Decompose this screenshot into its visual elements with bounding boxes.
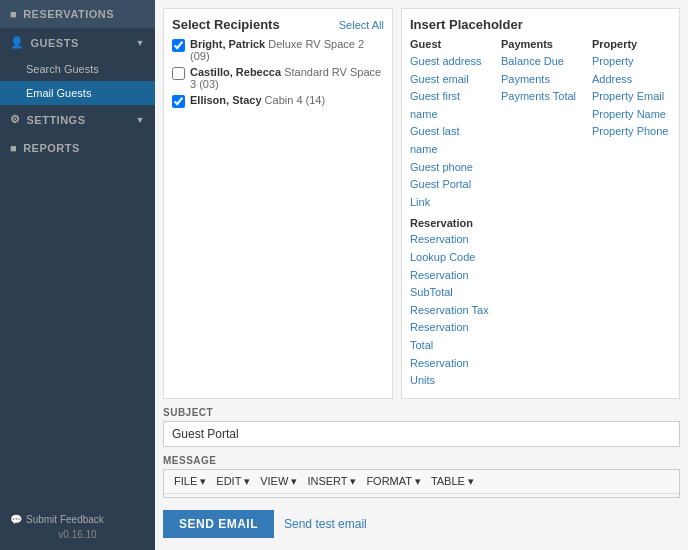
- send-email-button[interactable]: SEND EMAIL: [163, 510, 274, 538]
- placeholder-property-phone[interactable]: Property Phone: [592, 123, 671, 141]
- insert-placeholder-panel: Insert Placeholder Guest Guest address G…: [401, 8, 680, 399]
- version-label: v0.16.10: [10, 529, 145, 540]
- sidebar-item-email-guests[interactable]: Email Guests: [0, 81, 155, 105]
- ordered-list-button[interactable]: 1≡: [635, 497, 660, 498]
- menu-format[interactable]: FORMAT ▾: [362, 473, 424, 490]
- sidebar-item-reservations[interactable]: ■ RESERVATIONS: [0, 0, 155, 28]
- font-color-button[interactable]: A: [421, 497, 439, 498]
- main-content: Select Recipients Select All Bright, Pat…: [155, 0, 688, 550]
- placeholder-guest-last-name[interactable]: Guest last name: [410, 123, 489, 158]
- guests-icon: 👤: [10, 36, 25, 49]
- placeholder-payments[interactable]: Payments: [501, 71, 580, 89]
- sidebar-guests-label: GUESTS: [31, 37, 79, 49]
- recipient-checkbox-0[interactable]: [172, 39, 185, 52]
- settings-icon: ⚙: [10, 113, 21, 126]
- placeholder-reservation-lookup-code[interactable]: Reservation Lookup Code: [410, 231, 489, 266]
- editor-menubar: FILE ▾ EDIT ▾ VIEW ▾ INSERT ▾ FORMAT ▾ T…: [164, 470, 679, 494]
- editor-wrapper: FILE ▾ EDIT ▾ VIEW ▾ INSERT ▾ FORMAT ▾ T…: [163, 469, 680, 498]
- feedback-button[interactable]: 💬 Submit Feedback: [10, 514, 145, 525]
- placeholder-property-name[interactable]: Property Name: [592, 106, 671, 124]
- sidebar-item-reports[interactable]: ■ REPORTS: [0, 134, 155, 162]
- subject-label: SUBJECT: [163, 407, 680, 418]
- link-button[interactable]: 🔗: [450, 497, 476, 498]
- select-all-link[interactable]: Select All: [339, 19, 384, 31]
- placeholder-col-payments: Payments Balance Due Payments Payments T…: [501, 38, 580, 390]
- recipient-item: Bright, Patrick Deluxe RV Space 2 (09): [172, 38, 384, 62]
- top-row: Select Recipients Select All Bright, Pat…: [163, 8, 680, 399]
- placeholder-title: Insert Placeholder: [410, 17, 671, 32]
- bold-button[interactable]: B: [317, 497, 337, 498]
- placeholder-reservation-tax[interactable]: Reservation Tax: [410, 302, 489, 320]
- placeholder-guest-address[interactable]: Guest address: [410, 53, 489, 71]
- reports-icon: ■: [10, 142, 17, 154]
- placeholder-property-email[interactable]: Property Email: [592, 88, 671, 106]
- recipients-title: Select Recipients: [172, 17, 280, 32]
- menu-table[interactable]: TABLE ▾: [427, 473, 478, 490]
- recipient-checkbox-1[interactable]: [172, 67, 185, 80]
- chevron-down-icon-settings: ▼: [136, 115, 145, 125]
- placeholder-reservation-units[interactable]: Reservation Units: [410, 355, 489, 390]
- subject-section: SUBJECT: [163, 407, 680, 447]
- recipients-header: Select Recipients Select All: [172, 17, 384, 32]
- sidebar-settings-label: SETTINGS: [27, 114, 86, 126]
- align-left-button[interactable]: ⇤: [487, 497, 508, 498]
- menu-view[interactable]: VIEW ▾: [256, 473, 301, 490]
- sidebar-reservations-label: RESERVATIONS: [23, 8, 114, 20]
- editor-toolbar: VERDANA ▾ — 11PT ▾ B I U S A A 🔗 ⇤ ≣ ⇥ ≡…: [164, 494, 679, 498]
- recipient-checkbox-2[interactable]: [172, 95, 185, 108]
- menu-edit[interactable]: EDIT ▾: [212, 473, 254, 490]
- placeholder-payments-total[interactable]: Payments Total: [501, 88, 580, 106]
- unordered-list-button[interactable]: •≡: [610, 497, 632, 498]
- placeholder-guest-portal-link[interactable]: Guest Portal Link: [410, 176, 489, 211]
- underline-button[interactable]: U: [356, 497, 376, 498]
- sidebar-item-settings[interactable]: ⚙ SETTINGS ▼: [0, 105, 155, 134]
- sidebar-reports-label: REPORTS: [23, 142, 80, 154]
- recipient-info: Ellison, Stacy Cabin 4 (14): [190, 94, 325, 106]
- font-size-selector[interactable]: 11PT ▾: [261, 497, 306, 498]
- placeholder-columns: Guest Guest address Guest email Guest fi…: [410, 38, 671, 390]
- sidebar-item-search-guests[interactable]: Search Guests: [0, 57, 155, 81]
- message-label: MESSAGE: [163, 455, 680, 466]
- align-center-button[interactable]: ≣: [510, 497, 531, 498]
- menu-file[interactable]: FILE ▾: [170, 473, 210, 490]
- align-right-button[interactable]: ⇥: [533, 497, 554, 498]
- message-section: MESSAGE FILE ▾ EDIT ▾ VIEW ▾ INSERT ▾ FO…: [163, 455, 680, 498]
- subject-input[interactable]: [163, 421, 680, 447]
- feedback-label: Submit Feedback: [26, 514, 104, 525]
- select-recipients-panel: Select Recipients Select All Bright, Pat…: [163, 8, 393, 399]
- placeholder-reservation-total[interactable]: Reservation Total: [410, 319, 489, 354]
- placeholder-guest-first-name[interactable]: Guest first name: [410, 88, 489, 123]
- bottom-actions: SEND EMAIL Send test email: [163, 506, 680, 542]
- font-family-selector[interactable]: VERDANA ▾: [170, 497, 242, 498]
- placeholder-property-address[interactable]: Property Address: [592, 53, 671, 88]
- reservations-icon: ■: [10, 8, 17, 20]
- sidebar-bottom: 💬 Submit Feedback v0.16.10: [0, 504, 155, 550]
- recipient-item: Ellison, Stacy Cabin 4 (14): [172, 94, 384, 108]
- italic-button[interactable]: I: [339, 497, 354, 498]
- placeholder-reservation-subtotal[interactable]: Reservation SubTotal: [410, 267, 489, 302]
- placeholder-guest-phone[interactable]: Guest phone: [410, 159, 489, 177]
- recipients-list: Bright, Patrick Deluxe RV Space 2 (09) C…: [172, 38, 384, 108]
- email-guests-label: Email Guests: [26, 87, 91, 99]
- recipient-item: Castillo, Rebecca Standard RV Space 3 (0…: [172, 66, 384, 90]
- strikethrough-button[interactable]: S: [378, 497, 397, 498]
- feedback-icon: 💬: [10, 514, 22, 525]
- search-guests-label: Search Guests: [26, 63, 99, 75]
- chevron-down-icon: ▼: [136, 38, 145, 48]
- placeholder-col-guest: Guest Guest address Guest email Guest fi…: [410, 38, 489, 390]
- sidebar: ■ RESERVATIONS 👤 GUESTS ▼ Search Guests …: [0, 0, 155, 550]
- subscript-button[interactable]: A: [399, 497, 419, 498]
- placeholder-guest-email[interactable]: Guest email: [410, 71, 489, 89]
- placeholder-balance-due[interactable]: Balance Due: [501, 53, 580, 71]
- sidebar-item-guests[interactable]: 👤 GUESTS ▼: [0, 28, 155, 57]
- recipient-info: Bright, Patrick Deluxe RV Space 2 (09): [190, 38, 384, 62]
- hr-button[interactable]: —: [585, 497, 608, 498]
- send-test-email-link[interactable]: Send test email: [284, 517, 367, 531]
- recipient-info: Castillo, Rebecca Standard RV Space 3 (0…: [190, 66, 384, 90]
- justify-button[interactable]: ≡: [556, 497, 574, 498]
- placeholder-col-property: Property Property Address Property Email…: [592, 38, 671, 390]
- menu-insert[interactable]: INSERT ▾: [303, 473, 360, 490]
